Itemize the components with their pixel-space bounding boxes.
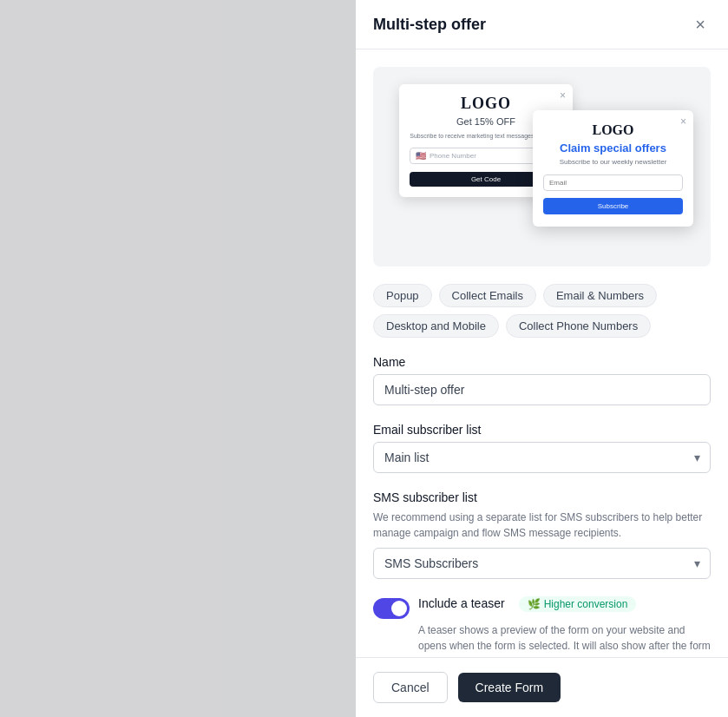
tags-row: Popup Collect Emails Email & Numbers Des… <box>373 284 711 338</box>
leaf-icon: 🌿 <box>528 598 541 610</box>
email-list-label: Email subscriber list <box>373 423 711 437</box>
name-field-group: Name <box>373 355 711 405</box>
popup1-input-placeholder: Phone Number <box>430 152 476 160</box>
teaser-description: A teaser shows a preview of the form on … <box>418 622 711 657</box>
cancel-button[interactable]: Cancel <box>373 672 448 703</box>
tag-collect-phone: Collect Phone Numbers <box>506 314 651 338</box>
sms-list-select-wrapper: SMS Subscribers ▾ <box>373 548 711 579</box>
popup2-email-input <box>543 174 683 191</box>
panel-header: Multi-step offer × <box>356 0 728 49</box>
badge-text: Higher conversion <box>544 598 628 610</box>
panel-footer: Cancel Create Form <box>356 657 728 717</box>
panel-body: × LOGO Get 15% OFF Subscribe to receive … <box>356 49 728 657</box>
popup2-subtext: Subscribe to our weekly newsletter <box>543 158 683 166</box>
email-list-select[interactable]: Main list <box>373 442 711 473</box>
sms-list-select[interactable]: SMS Subscribers <box>373 548 711 579</box>
sms-list-description: We recommend using a separate list for S… <box>373 510 711 541</box>
panel-title: Multi-step offer <box>373 16 486 34</box>
tag-collect-emails: Collect Emails <box>439 284 536 307</box>
teaser-toggle[interactable] <box>373 598 410 619</box>
teaser-label: Include a teaser <box>418 596 505 610</box>
higher-conversion-badge: 🌿 Higher conversion <box>519 596 637 612</box>
popup1-flag-icon: 🇺🇸 <box>416 151 426 161</box>
tag-desktop-mobile: Desktop and Mobile <box>373 314 499 338</box>
tag-email-numbers: Email & Numbers <box>543 284 657 307</box>
email-list-field-group: Email subscriber list Main list ▾ <box>373 423 711 473</box>
popup1-close-icon: × <box>560 89 566 102</box>
create-form-button[interactable]: Create Form <box>458 673 561 702</box>
teaser-field-group: Include a teaser 🌿 Higher conversion A t… <box>373 596 711 657</box>
close-button[interactable]: × <box>690 14 711 35</box>
sms-list-field-group: SMS subscriber list We recommend using a… <box>373 490 711 579</box>
preview-area: × LOGO Get 15% OFF Subscribe to receive … <box>373 67 711 266</box>
multi-step-offer-panel: Multi-step offer × × LOGO Get 15% OFF Su… <box>356 0 728 717</box>
popup2-headline: Claim special offers <box>543 141 683 155</box>
sms-list-label: SMS subscriber list <box>373 490 711 504</box>
name-input[interactable] <box>373 374 711 405</box>
popup2-logo: LOGO <box>543 122 683 138</box>
popup2-subscribe-button[interactable]: Subscribe <box>543 198 683 214</box>
teaser-toggle-row: Include a teaser 🌿 Higher conversion <box>373 596 711 619</box>
tag-popup: Popup <box>373 284 432 307</box>
background-overlay <box>0 0 356 717</box>
popup2-close-icon: × <box>680 115 686 128</box>
teaser-slider <box>373 598 410 619</box>
popup-card-2: × LOGO Claim special offers Subscribe to… <box>533 110 693 227</box>
name-label: Name <box>373 355 711 369</box>
email-list-select-wrapper: Main list ▾ <box>373 442 711 473</box>
